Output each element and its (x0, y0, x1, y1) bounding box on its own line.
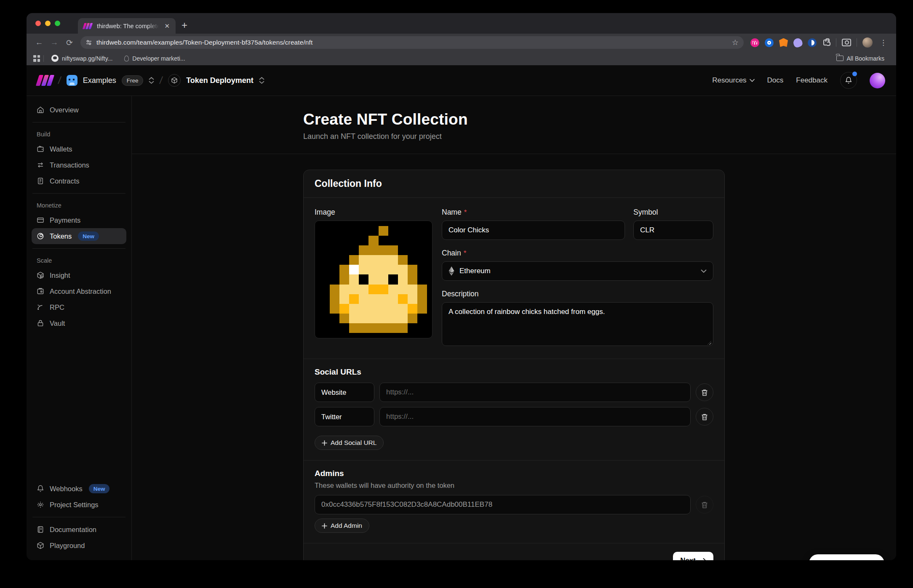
browser-profile-avatar[interactable] (862, 37, 873, 48)
description-label: Description (442, 290, 713, 298)
bookmark-label: niftyswap.gg/Nifty... (62, 55, 112, 62)
social-platform-select[interactable]: Website (315, 383, 374, 402)
nav-resources[interactable]: Resources (712, 76, 754, 85)
metamask-extension-icon[interactable] (779, 38, 788, 47)
trash-icon (701, 389, 708, 396)
bell-icon (845, 77, 852, 84)
sidebar-item-rpc[interactable]: RPC (32, 299, 126, 315)
add-admin-button[interactable]: Add Admin (315, 519, 369, 533)
sidebar-item-payments[interactable]: Payments (32, 212, 126, 228)
reload-icon[interactable]: ⟳ (63, 36, 76, 49)
sidebar-heading-monetize: Monetize (32, 198, 126, 212)
notification-dot (852, 72, 857, 76)
browser-menu-icon[interactable]: ⋮ (878, 38, 889, 47)
card-footer: Next (304, 543, 724, 560)
social-platform-select[interactable]: Twitter (315, 407, 374, 426)
back-icon[interactable]: ← (32, 36, 46, 49)
bookmark-item[interactable]: niftyswap.gg/Nifty... (47, 53, 117, 64)
extensions-row: ⋮ (748, 37, 891, 48)
thirdweb-extension-icon[interactable] (750, 38, 759, 47)
package-icon (37, 271, 44, 279)
project-switcher-icon[interactable] (259, 77, 264, 84)
url-text[interactable]: thirdweb.com/team/examples/Token-Deploym… (96, 39, 728, 46)
thirdweb-app: / Examples Free / Token Deployment (27, 65, 896, 560)
browser-tab[interactable]: thirdweb: The complete web3 ✕ (78, 18, 176, 34)
sidebar-label: Overview (50, 106, 79, 114)
project-icon[interactable] (168, 74, 181, 87)
fields-column: Name* Symbol (442, 208, 713, 348)
team-name[interactable]: Examples (83, 76, 116, 85)
sidebar-item-vault[interactable]: Vault (32, 315, 126, 331)
sidebar-item-insight[interactable]: Insight (32, 267, 126, 283)
sidebar-item-contracts[interactable]: Contracts (32, 173, 126, 189)
sidebar-heading-scale: Scale (32, 253, 126, 267)
description-field-group: Description A collection of rainbow chic… (442, 290, 713, 348)
sidebar-item-overview[interactable]: Overview (32, 102, 126, 118)
minimize-window-button[interactable] (45, 21, 51, 26)
bookmark-star-icon[interactable]: ☆ (732, 38, 739, 47)
tab-search-icon[interactable] (842, 39, 851, 46)
sidebar-item-transactions[interactable]: Transactions (32, 157, 126, 173)
admins-heading: Admins (315, 469, 713, 478)
sidebar-item-playground[interactable]: Playground (32, 537, 126, 553)
collection-info-card: Collection Info Image (303, 170, 725, 560)
next-button[interactable]: Next (673, 552, 713, 560)
forward-icon[interactable]: → (48, 36, 61, 49)
address-bar[interactable]: thirdweb.com/team/examples/Token-Deploym… (80, 36, 744, 49)
wallet-extension-icon[interactable] (808, 38, 817, 47)
plus-icon (322, 440, 327, 446)
phantom-extension-icon[interactable] (792, 37, 803, 48)
project-name[interactable]: Token Deployment (186, 76, 254, 85)
folder-icon (836, 56, 844, 61)
extensions-puzzle-icon[interactable] (822, 38, 830, 47)
sidebar-item-project-settings[interactable]: Project Settings (32, 497, 126, 513)
admin-wallet-input[interactable] (315, 495, 691, 514)
sidebar-item-documentation[interactable]: Documentation (32, 521, 126, 537)
thirdweb-logo[interactable] (37, 75, 53, 86)
delete-social-url-button[interactable] (696, 383, 713, 401)
close-window-button[interactable] (35, 21, 41, 26)
notifications-button[interactable] (840, 72, 857, 89)
window-controls (27, 13, 67, 34)
ask-ai-assistant-button[interactable]: Ask AI Assistant (809, 554, 884, 560)
delete-admin-button[interactable] (696, 496, 713, 514)
image-label: Image (315, 208, 432, 217)
page-header: Create NFT Collection Launch an NFT coll… (132, 96, 896, 154)
maximize-window-button[interactable] (55, 21, 60, 26)
team-avatar[interactable] (67, 75, 77, 86)
page-subtitle: Launch an NFT collection for your projec… (303, 132, 725, 141)
new-tab-button[interactable]: + (182, 19, 187, 31)
chain-select[interactable]: Ethereum (442, 261, 713, 281)
all-bookmarks-button[interactable]: All Bookmarks (832, 53, 889, 64)
social-url-input[interactable] (379, 383, 691, 402)
trash-icon (701, 413, 708, 420)
name-input[interactable] (442, 221, 625, 240)
sidebar-item-webhooks[interactable]: Webhooks New (32, 481, 126, 497)
sidebar: Overview Build Wallets Transactions Cont… (27, 96, 132, 560)
delete-social-url-button[interactable] (696, 408, 713, 426)
apps-grid-icon[interactable] (33, 55, 40, 62)
sidebar-item-wallets[interactable]: Wallets (32, 141, 126, 157)
tab-title: thirdweb: The complete web3 (97, 23, 159, 29)
nav-feedback[interactable]: Feedback (796, 76, 828, 85)
bookmark-item[interactable]: Developer marketi... (120, 53, 189, 64)
ethereum-icon (448, 266, 454, 276)
nav-docs[interactable]: Docs (767, 76, 784, 85)
sidebar-item-tokens[interactable]: Tokens New (32, 228, 126, 244)
token-coin-icon (37, 232, 44, 240)
sidebar-item-account-abstraction[interactable]: Account Abstraction (32, 283, 126, 299)
sidebar-divider (32, 248, 125, 249)
symbol-input[interactable] (633, 221, 713, 240)
site-settings-icon[interactable] (85, 39, 92, 46)
add-social-url-button[interactable]: Add Social URL (315, 436, 384, 450)
team-switcher-icon[interactable] (149, 77, 154, 84)
social-url-input[interactable] (379, 407, 691, 426)
sidebar-label: Insight (50, 271, 70, 279)
add-social-url-label: Add Social URL (331, 439, 376, 447)
close-tab-icon[interactable]: ✕ (163, 21, 171, 31)
sidebar-divider (32, 193, 125, 194)
collection-image-upload[interactable] (315, 221, 432, 338)
description-textarea[interactable]: A collection of rainbow chicks hatched f… (442, 302, 713, 346)
account-avatar[interactable] (870, 73, 885, 88)
blue-extension-icon[interactable] (765, 38, 774, 47)
